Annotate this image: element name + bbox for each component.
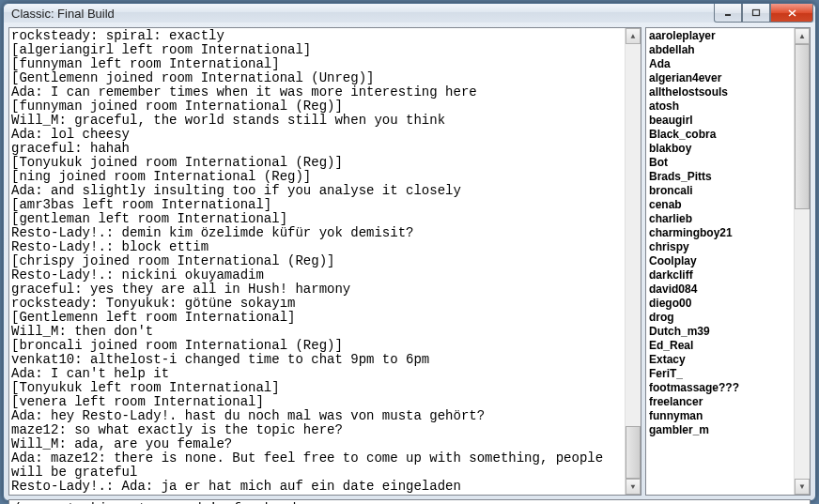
list-item[interactable]: Coolplay xyxy=(649,254,791,268)
list-item[interactable]: Ed_Real xyxy=(649,339,791,353)
svg-rect-1 xyxy=(753,9,760,15)
list-item[interactable]: cenab xyxy=(649,198,791,212)
chat-line: Ada: I can't help it xyxy=(11,367,623,381)
scroll-thumb[interactable] xyxy=(795,44,810,209)
scroll-track[interactable] xyxy=(795,44,810,479)
scroll-track[interactable] xyxy=(626,44,641,479)
chat-line: rocksteady: Tonyukuk: götüne sokayım xyxy=(11,297,623,311)
chat-line: Ada: maze12: there is none. But feel fre… xyxy=(11,451,623,480)
minimize-button[interactable] xyxy=(714,4,742,23)
chat-scrollbar[interactable]: ▲ ▼ xyxy=(625,28,641,495)
scroll-up-button[interactable]: ▲ xyxy=(626,28,641,44)
list-item[interactable]: Bot xyxy=(649,156,791,170)
list-item[interactable]: beaugirl xyxy=(649,114,791,128)
titlebar[interactable]: Classic: Final Build xyxy=(4,4,815,23)
list-item[interactable]: charmingboy21 xyxy=(649,226,791,240)
list-item[interactable]: atosh xyxy=(649,99,791,114)
chat-panel: rocksteady: spiral: exactly[algeriangirl… xyxy=(8,27,641,496)
chat-line: Ada: lol cheesy xyxy=(11,128,623,142)
chat-line: [algeriangirl left room International] xyxy=(11,43,623,57)
chat-line: graceful: hahah xyxy=(11,142,623,156)
chat-line: Will_M: then don't xyxy=(11,325,623,339)
chat-line: [venera left room International] xyxy=(11,395,623,409)
scroll-down-button[interactable]: ▼ xyxy=(795,479,810,495)
list-item[interactable]: funnyman xyxy=(649,409,791,423)
chat-line: [broncali joined room International (Reg… xyxy=(11,339,623,353)
chat-line: Will_M: graceful, the world stands still… xyxy=(11,114,623,128)
list-item[interactable]: drog xyxy=(649,311,791,325)
list-item[interactable]: allthelostsouls xyxy=(649,85,791,99)
close-button[interactable] xyxy=(770,4,813,23)
userlist-panel: aaroleplayerabdellahAdaalgerian4everallt… xyxy=(645,27,811,496)
list-item[interactable]: FeriT_ xyxy=(649,367,791,381)
chat-line: Ada: hey Resto-Lady!. hast du noch mal w… xyxy=(11,409,623,423)
upper-panels: rocksteady: spiral: exactly[algeriangirl… xyxy=(8,27,811,496)
app-window: Classic: Final Build rocksteady: spiral:… xyxy=(3,3,816,501)
chat-line: [Gentlemenn joined room International (U… xyxy=(11,71,623,85)
list-item[interactable]: Dutch_m39 xyxy=(649,325,791,339)
window-title: Classic: Final Build xyxy=(11,7,714,21)
chat-line: graceful: yes they are all in Hush! harm… xyxy=(11,283,623,297)
list-item[interactable]: freelancer xyxy=(649,395,791,409)
content-area: rocksteady: spiral: exactly[algeriangirl… xyxy=(4,23,815,504)
list-item[interactable]: david084 xyxy=(649,283,791,297)
chat-line: [amr3bas left room International] xyxy=(11,198,623,212)
chat-line: [Tonyukuk joined room International (Reg… xyxy=(11,156,623,170)
chat-line: Ada: I can remember times when it was mo… xyxy=(11,85,623,99)
chat-line: [funnyman left room International] xyxy=(11,57,623,71)
scroll-thumb[interactable] xyxy=(626,426,641,479)
list-item[interactable]: gambler_m xyxy=(649,423,791,437)
list-item[interactable]: aaroleplayer xyxy=(649,29,791,43)
chat-line: Ada: and slightly insulting too if you a… xyxy=(11,184,623,198)
chat-line: [ning joined room International (Reg)] xyxy=(11,170,623,184)
list-item[interactable]: chrispy xyxy=(649,240,791,254)
list-item[interactable]: abdellah xyxy=(649,43,791,57)
list-item[interactable]: diego00 xyxy=(649,297,791,311)
userlist-scrollbar[interactable]: ▲ ▼ xyxy=(794,28,810,495)
input-panel xyxy=(8,499,811,504)
chat-line: [chrispy joined room International (Reg)… xyxy=(11,254,623,268)
chat-log[interactable]: rocksteady: spiral: exactly[algeriangirl… xyxy=(9,28,625,495)
chat-line: Resto-Lady!.: block ettim xyxy=(11,240,623,254)
list-item[interactable]: Ada xyxy=(649,57,791,71)
window-buttons xyxy=(714,4,813,23)
user-list[interactable]: aaroleplayerabdellahAdaalgerian4everallt… xyxy=(646,28,794,495)
maximize-icon xyxy=(751,8,761,18)
chat-line: Resto-Lady!.: demin kim özelimde küfür y… xyxy=(11,226,623,240)
list-item[interactable]: Black_cobra xyxy=(649,128,791,142)
list-item[interactable]: blakboy xyxy=(649,142,791,156)
close-icon xyxy=(787,8,797,18)
chat-line: Resto-Lady!.: nickini okuyamadim xyxy=(11,268,623,283)
maximize-button[interactable] xyxy=(742,4,770,23)
chat-line: Will_M: ada, are you female? xyxy=(11,437,623,451)
list-item[interactable]: charlieb xyxy=(649,212,791,226)
chat-line: [gentleman left room International] xyxy=(11,212,623,226)
chat-line: rocksteady: spiral: exactly xyxy=(11,29,623,43)
chat-line: venkat10: althelost-i changed time to ch… xyxy=(11,353,623,367)
scroll-up-button[interactable]: ▲ xyxy=(795,28,810,44)
minimize-icon xyxy=(723,8,733,18)
list-item[interactable]: broncali xyxy=(649,184,791,198)
list-item[interactable]: algerian4ever xyxy=(649,71,791,85)
scroll-down-button[interactable]: ▼ xyxy=(626,479,641,495)
list-item[interactable]: Extacy xyxy=(649,353,791,367)
list-item[interactable]: footmassage??? xyxy=(649,381,791,395)
chat-line: Resto-Lady!.: Ada: ja er hat mich auf ei… xyxy=(11,480,623,494)
list-item[interactable]: darkcliff xyxy=(649,268,791,283)
chat-line: [Gentlemenn left room International] xyxy=(11,311,623,325)
list-item[interactable]: Brads_Pitts xyxy=(649,170,791,184)
message-input[interactable] xyxy=(9,500,810,504)
chat-line: maze12: so what exactly is the topic her… xyxy=(11,423,623,437)
chat-line: [funnyman joined room International (Reg… xyxy=(11,99,623,114)
chat-line: [Tonyukuk left room International] xyxy=(11,381,623,395)
